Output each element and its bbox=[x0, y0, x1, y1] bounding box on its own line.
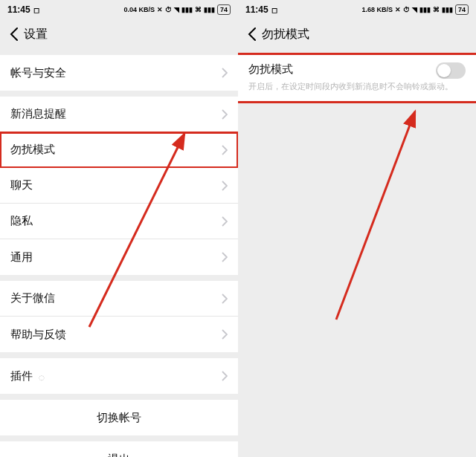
chevron-right-icon bbox=[222, 145, 228, 155]
settings-group-2: 新消息提醒 勿扰模式 聊天 隐私 通用 bbox=[0, 97, 238, 275]
settings-group-6: 退出 bbox=[0, 441, 238, 457]
plugins-badge-icon: ◌ bbox=[39, 374, 45, 381]
chevron-right-icon bbox=[222, 371, 228, 381]
row-label: 切换帐号 bbox=[97, 411, 141, 425]
battery-indicator: 74 bbox=[455, 4, 469, 15]
row-account-security[interactable]: 帐号与安全 bbox=[0, 55, 238, 91]
phone-left-settings: 11:45 ◻ 0.04 KB/S ✕ ⏱ ◥ ▮▮▮ ⌘ ▮▮▮ 74 设置 … bbox=[0, 0, 238, 457]
chevron-right-icon bbox=[222, 68, 228, 78]
back-button[interactable] bbox=[244, 26, 260, 42]
settings-group-4: 插件 ◌ bbox=[0, 358, 238, 394]
row-label: 帐号与安全 bbox=[10, 66, 66, 80]
signal-icon-1: ▮▮▮ bbox=[419, 6, 431, 13]
alarm-icon: ⏱ bbox=[403, 6, 410, 13]
phone-right-dnd: 11:45 ◻ 1.68 KB/S ✕ ⏱ ◥ ▮▮▮ ⌘ ▮▮▮ 74 勿扰模… bbox=[238, 0, 476, 457]
chevron-right-icon bbox=[222, 252, 228, 262]
row-privacy[interactable]: 隐私 bbox=[0, 204, 238, 239]
net-speed: 0.04 KB/S bbox=[123, 6, 155, 13]
status-time: 11:45 bbox=[245, 4, 268, 15]
row-label: 新消息提醒 bbox=[10, 107, 66, 121]
net-speed: 1.68 KB/S bbox=[361, 6, 393, 13]
row-label: 通用 bbox=[10, 250, 33, 265]
row-notifications[interactable]: 新消息提醒 bbox=[0, 97, 238, 132]
chevron-right-icon bbox=[222, 216, 228, 227]
mute-icon: ✕ bbox=[157, 6, 163, 13]
row-label: 勿扰模式 bbox=[10, 143, 55, 157]
row-label: 插件 bbox=[10, 369, 33, 382]
dnd-toggle-switch[interactable] bbox=[436, 62, 466, 79]
toggle-knob bbox=[437, 64, 451, 77]
dnd-toggle-description: 开启后，在设定时间段内收到新消息时不会响铃或振动。 bbox=[248, 81, 466, 92]
page-title: 勿扰模式 bbox=[262, 27, 309, 42]
status-bar: 11:45 ◻ 0.04 KB/S ✕ ⏱ ◥ ▮▮▮ ⌘ ▮▮▮ 74 bbox=[0, 0, 238, 19]
nfc-icon: ⌘ bbox=[195, 6, 202, 13]
nav-bar: 设置 bbox=[0, 19, 238, 49]
dnd-toggle-card: 勿扰模式 开启后，在设定时间段内收到新消息时不会响铃或振动。 bbox=[238, 55, 476, 101]
back-button[interactable] bbox=[6, 26, 22, 42]
mute-icon: ✕ bbox=[395, 6, 401, 13]
battery-indicator: 74 bbox=[217, 4, 231, 15]
row-label: 关于微信 bbox=[10, 291, 55, 305]
signal-icon-2: ▮▮▮ bbox=[442, 6, 453, 13]
signal-icon-1: ▮▮▮ bbox=[181, 6, 193, 13]
page-title: 设置 bbox=[24, 27, 48, 42]
row-general[interactable]: 通用 bbox=[0, 239, 238, 275]
dnd-toggle-label: 勿扰模式 bbox=[248, 62, 466, 77]
chevron-right-icon bbox=[222, 109, 228, 120]
row-about[interactable]: 关于微信 bbox=[0, 281, 238, 317]
row-help[interactable]: 帮助与反馈 bbox=[0, 317, 238, 352]
row-switch-account[interactable]: 切换帐号 bbox=[0, 400, 238, 435]
chevron-right-icon bbox=[222, 294, 228, 304]
row-label: 退出 bbox=[108, 453, 130, 458]
row-chat[interactable]: 聊天 bbox=[0, 168, 238, 204]
wifi-icon: ◥ bbox=[412, 6, 417, 13]
nfc-icon: ⌘ bbox=[433, 6, 440, 13]
settings-group-3: 关于微信 帮助与反馈 bbox=[0, 281, 238, 352]
settings-group-5: 切换帐号 bbox=[0, 400, 238, 435]
row-logout[interactable]: 退出 bbox=[0, 441, 238, 457]
svg-line-1 bbox=[336, 111, 415, 320]
status-time: 11:45 bbox=[7, 4, 30, 15]
row-dnd[interactable]: 勿扰模式 bbox=[0, 132, 238, 168]
chevron-right-icon bbox=[222, 329, 228, 340]
settings-group-1: 帐号与安全 bbox=[0, 55, 238, 91]
notification-icon: ◻ bbox=[271, 6, 277, 14]
row-plugins[interactable]: 插件 ◌ bbox=[0, 358, 238, 394]
signal-icon-2: ▮▮▮ bbox=[204, 6, 215, 13]
row-label: 聊天 bbox=[10, 178, 33, 192]
wifi-icon: ◥ bbox=[174, 6, 179, 13]
status-bar: 11:45 ◻ 1.68 KB/S ✕ ⏱ ◥ ▮▮▮ ⌘ ▮▮▮ 74 bbox=[238, 0, 476, 19]
chevron-right-icon bbox=[222, 181, 228, 191]
row-label: 隐私 bbox=[10, 214, 33, 228]
row-label: 帮助与反馈 bbox=[10, 328, 66, 342]
alarm-icon: ⏱ bbox=[165, 6, 172, 13]
notification-icon: ◻ bbox=[33, 6, 39, 14]
nav-bar: 勿扰模式 bbox=[238, 19, 476, 49]
